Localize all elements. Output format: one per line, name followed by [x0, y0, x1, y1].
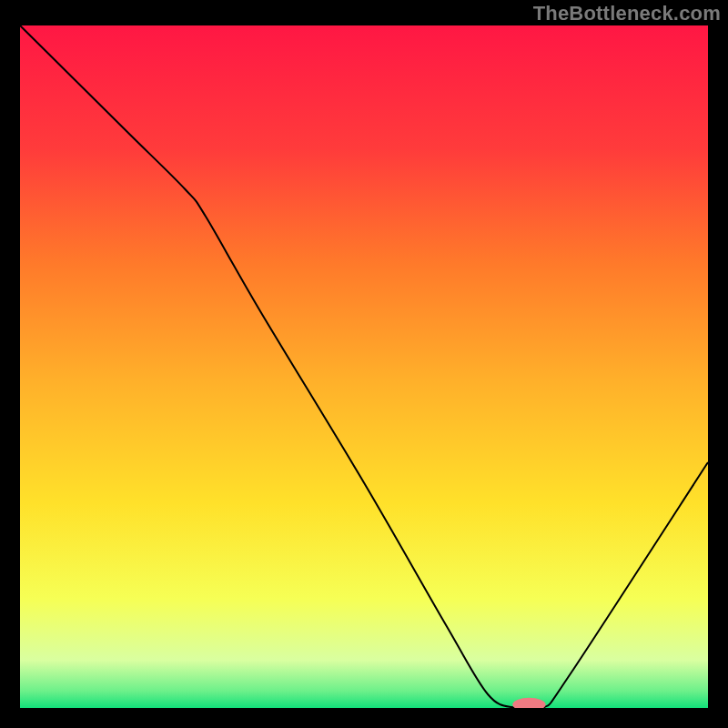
watermark-text: TheBottleneck.com	[533, 2, 721, 25]
plot-svg	[20, 25, 708, 708]
plot-frame	[20, 25, 708, 708]
chart-stage: TheBottleneck.com	[0, 0, 728, 728]
